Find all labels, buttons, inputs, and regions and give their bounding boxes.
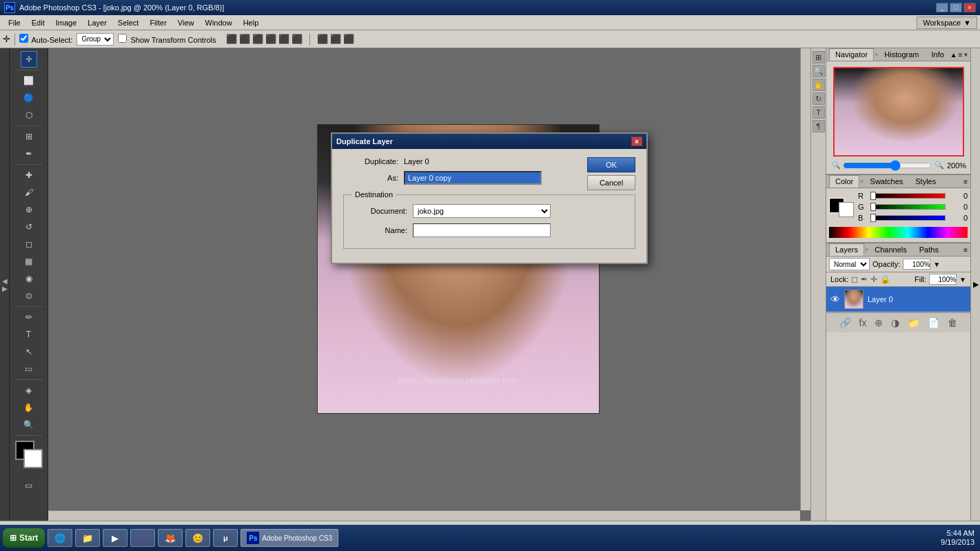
lock-paint-icon[interactable]: ✒: [861, 274, 868, 284]
gradient-tool[interactable]: ▦: [21, 253, 37, 270]
close-btn[interactable]: ×: [963, 3, 976, 12]
tab-paths[interactable]: Paths: [913, 243, 945, 256]
heal-tool[interactable]: ✚: [21, 167, 37, 183]
cancel-button[interactable]: Cancel: [587, 175, 635, 190]
zoom-slider[interactable]: [843, 161, 932, 170]
pen-tool[interactable]: ✏: [21, 309, 37, 325]
history-brush[interactable]: ↺: [21, 219, 37, 235]
nav-collapse-icon[interactable]: ▲: [950, 51, 957, 59]
taskbar-ie[interactable]: 🌐: [48, 529, 72, 547]
taskbar-firefox[interactable]: 🦊: [158, 529, 183, 547]
taskbar-utorrent[interactable]: μ: [213, 529, 238, 547]
menu-edit[interactable]: Edit: [26, 17, 50, 28]
menu-image[interactable]: Image: [50, 17, 83, 28]
menu-filter[interactable]: Filter: [144, 17, 172, 28]
eyedropper-tool[interactable]: ✒: [21, 146, 37, 162]
fill-input[interactable]: [929, 274, 957, 285]
fill-arrow-icon[interactable]: ▼: [959, 276, 966, 283]
color-swatch-area[interactable]: [15, 441, 43, 468]
nav-close-icon[interactable]: ×: [964, 51, 968, 59]
link-layers-icon[interactable]: 🔗: [838, 316, 853, 330]
taskbar-explorer[interactable]: 📁: [75, 529, 100, 547]
menu-help[interactable]: Help: [238, 17, 265, 28]
canvas-area[interactable]: www.chahndeso.blogspot.com: [48, 48, 810, 521]
screen-mode-btn[interactable]: ▭: [21, 477, 37, 494]
lock-move-icon[interactable]: ✛: [870, 274, 877, 284]
hand-panel-icon[interactable]: ✋: [813, 79, 825, 91]
layer-item[interactable]: 👁 Layer 0: [826, 287, 970, 312]
crop-tool[interactable]: ⊞: [21, 128, 37, 145]
lasso-tool[interactable]: 🔵: [21, 90, 37, 106]
horizontal-scrollbar[interactable]: [48, 510, 800, 521]
dodge-tool[interactable]: ⊙: [21, 288, 37, 304]
menu-layer[interactable]: Layer: [82, 17, 112, 28]
delete-layer-icon[interactable]: 🗑: [946, 316, 959, 330]
opacity-input[interactable]: [903, 259, 930, 270]
ok-button[interactable]: OK: [587, 157, 635, 172]
wand-tool[interactable]: ⬡: [21, 107, 37, 123]
group-layers-icon[interactable]: 📁: [906, 316, 921, 330]
color-options-icon[interactable]: ≡: [963, 178, 968, 186]
distribute-v-icon[interactable]: ⬛: [330, 34, 341, 44]
align-center-h-icon[interactable]: ⬛: [239, 34, 250, 44]
show-transform-checkbox[interactable]: [118, 34, 127, 43]
duplicate-layer-dialog[interactable]: Duplicate Layer × OK Cancel Duplicate: L…: [331, 132, 648, 264]
eraser-tool[interactable]: ◻: [21, 236, 37, 252]
type-panel-icon[interactable]: T: [813, 106, 825, 119]
move-tool[interactable]: ✛: [21, 51, 37, 68]
zoom-tool[interactable]: 🔍: [21, 417, 37, 433]
align-bottom-icon[interactable]: ⬛: [292, 34, 303, 44]
right-panel-collapse[interactable]: ▶: [970, 48, 980, 521]
taskbar-yahoo[interactable]: Y!: [130, 529, 155, 547]
brush-tool[interactable]: 🖌: [21, 184, 37, 201]
layers-options-icon[interactable]: ≡: [963, 246, 968, 254]
tab-styles[interactable]: Styles: [909, 175, 942, 188]
dialog-close-btn[interactable]: ×: [631, 137, 642, 146]
tab-histogram[interactable]: Histogram: [878, 48, 925, 61]
autoselect-select[interactable]: Group: [76, 33, 114, 46]
shape-tool[interactable]: ▭: [21, 361, 37, 377]
as-input[interactable]: [404, 171, 542, 185]
hand-tool[interactable]: ✋: [21, 399, 37, 416]
adjustment-layer-icon[interactable]: ◑: [890, 316, 901, 330]
distribute-h-icon[interactable]: ⬛: [317, 34, 328, 44]
paragraph-panel-icon[interactable]: ¶: [813, 120, 825, 132]
stamp-tool[interactable]: ⊕: [21, 201, 37, 218]
text-tool[interactable]: T: [21, 326, 37, 343]
tab-channels[interactable]: Channels: [868, 243, 912, 256]
menu-file[interactable]: File: [3, 17, 26, 28]
align-left-icon[interactable]: ⬛: [226, 34, 237, 44]
rotate-panel-icon[interactable]: ↻: [813, 92, 825, 105]
blend-mode-select[interactable]: Normal: [829, 258, 870, 270]
tab-swatches[interactable]: Swatches: [864, 175, 910, 188]
taskbar-photoshop[interactable]: Ps Adobe Photoshop CS3: [241, 529, 338, 547]
color-bg-swatch[interactable]: [839, 202, 854, 217]
distribute-spacing-icon[interactable]: ⬛: [343, 34, 354, 44]
vertical-scrollbar[interactable]: [800, 48, 810, 510]
menu-select[interactable]: Select: [112, 17, 145, 28]
tab-navigator[interactable]: Navigator: [829, 48, 874, 61]
blur-tool[interactable]: ◉: [21, 270, 37, 287]
lock-all-icon[interactable]: 🔒: [880, 274, 890, 284]
autoselect-checkbox[interactable]: [19, 34, 28, 43]
move-tool-icon[interactable]: ✛: [3, 34, 10, 44]
navigator-panel-icon[interactable]: ⊞: [813, 51, 825, 63]
maximize-btn[interactable]: □: [950, 3, 962, 12]
marquee-tool[interactable]: ⬜: [21, 72, 37, 89]
background-color[interactable]: [23, 449, 43, 468]
align-center-v-icon[interactable]: ⬛: [278, 34, 289, 44]
name-input[interactable]: [413, 223, 551, 237]
taskbar-media[interactable]: ▶: [103, 529, 127, 547]
opacity-arrow-icon[interactable]: ▼: [933, 261, 940, 268]
start-button[interactable]: ⊞ Start: [3, 528, 45, 548]
align-top-icon[interactable]: ⬛: [265, 34, 276, 44]
tab-layers[interactable]: Layers: [829, 243, 864, 256]
path-select-tool[interactable]: ↖: [21, 343, 37, 360]
new-layer-icon[interactable]: 📄: [926, 316, 941, 330]
color-spectrum-bar[interactable]: [829, 227, 968, 238]
minimize-btn[interactable]: _: [936, 3, 948, 12]
tab-info[interactable]: Info: [925, 48, 950, 61]
align-right-icon[interactable]: ⬛: [252, 34, 263, 44]
nav-options-icon[interactable]: ≡: [959, 51, 963, 59]
zoom-panel-icon[interactable]: 🔍: [813, 65, 825, 77]
